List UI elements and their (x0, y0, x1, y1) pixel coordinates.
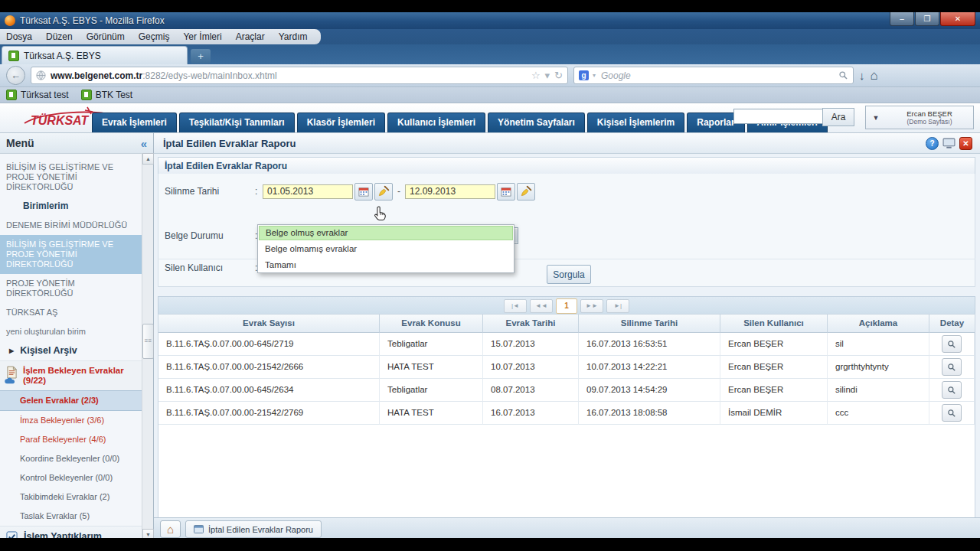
col-detay[interactable]: Detay (929, 315, 975, 333)
sidebar-item-direktorluk-top[interactable]: BİLİŞİM İŞ GELİŞTİRME VE PROJE YÖNETİMİ … (0, 158, 142, 197)
bookmark-star-icon[interactable]: ☆ (531, 70, 541, 81)
page-next-button[interactable]: ►► (580, 299, 603, 313)
url-path: :8282/edys-web/mainInbox.xhtml (142, 70, 276, 81)
date-to-input[interactable] (405, 184, 495, 199)
close-page-icon[interactable]: ✕ (959, 137, 972, 150)
sidebar-item-islem-yaptiklarim[interactable]: İşlem Yaptıklarım (0, 526, 142, 538)
app-taskbar: ⌂ İptal Edilen Evraklar Raporu (154, 517, 980, 538)
bookmark-btk-test[interactable]: BTK Test (81, 90, 132, 100)
minimize-button[interactable]: – (890, 12, 914, 26)
col-evrak-sayisi[interactable]: Evrak Sayısı (158, 315, 380, 333)
cell-aciklama: ccc (828, 402, 929, 425)
detail-magnifier-button[interactable] (942, 404, 962, 422)
url-dropdown-icon[interactable]: ▾ (545, 70, 550, 81)
clear-date-broom-icon[interactable] (517, 183, 535, 201)
browser-search-box[interactable]: g ▾ (573, 67, 854, 84)
scroll-up-icon[interactable]: ▲ (142, 153, 154, 165)
sidebar-item-yeni-birim[interactable]: yeni oluşturulan birim (0, 322, 142, 341)
nav-evrak-islemleri[interactable]: Evrak İşlemleri (92, 112, 177, 132)
sidebar-collapse-icon[interactable]: « (141, 137, 147, 150)
col-silen-kullanici[interactable]: Silen Kullanıcı (720, 315, 828, 333)
user-name: Ercan BEŞER (886, 109, 973, 118)
main-area: İptal Edilen Evraklar Raporu ? ✕ İptal E… (154, 133, 980, 538)
results-table: Evrak Sayısı Evrak Konusu Evrak Tarihi S… (158, 314, 975, 519)
dropdown-option-belge-olmus[interactable]: Belge olmuş evraklar (259, 226, 513, 240)
detail-magnifier-button[interactable] (942, 358, 962, 376)
menu-gorunum[interactable]: Görünüm (87, 31, 125, 42)
menu-gecmis[interactable]: Geçmiş (139, 31, 170, 42)
col-silinme-tarihi[interactable]: Silinme Tarihi (579, 315, 720, 333)
sidebar-item-birimlerim[interactable]: Birimlerim (0, 197, 142, 216)
sidebar-item-gelen-evraklar[interactable]: Gelen Evraklar (2/3) (0, 390, 142, 411)
tab-turksat-ebys[interactable]: Türksat A.Ş. EBYS (2, 46, 188, 64)
page-first-button[interactable]: |◄ (504, 299, 527, 313)
new-tab-button[interactable]: + (191, 49, 211, 64)
close-button[interactable]: ✕ (940, 12, 975, 26)
menu-dosya[interactable]: Dosya (6, 31, 32, 42)
col-aciklama[interactable]: Açıklama (828, 315, 929, 333)
window-title: Türksat A.Ş. EBYS - Mozilla Firefox (20, 15, 165, 26)
dropdown-option-belge-olmamis[interactable]: Belge olmamış evraklar (258, 241, 514, 257)
browser-search-input[interactable] (599, 70, 835, 82)
ara-button[interactable]: Ara (822, 108, 854, 126)
sidebar-item-imza-bekleyenler[interactable]: İmza Bekleyenler (3/6) (0, 411, 142, 430)
sidebar-item-islem-bekleyen[interactable]: İşlem Bekleyen Evraklar (9/22) (0, 360, 142, 390)
bookmark-turksat-test[interactable]: Türksat test (6, 90, 69, 100)
reload-icon[interactable]: ↻ (554, 70, 563, 81)
search-engine-caret-icon[interactable]: ▾ (593, 72, 596, 79)
sidebar-item-kontrol-bekleyenler[interactable]: Kontrol Bekleyenler (0/0) (0, 468, 142, 487)
dropdown-option-tamami[interactable]: Tamamı (258, 257, 514, 273)
menu-araclar[interactable]: Araçlar (236, 31, 265, 42)
date-from-input[interactable] (263, 184, 353, 199)
sidebar-item-koordine-bekleyenler[interactable]: Koordine Bekleyenler (0/0) (0, 449, 142, 468)
nav-teskilat-kisi[interactable]: Teşkilat/Kişi Tanımları (179, 112, 295, 132)
menu-yardim[interactable]: Yardım (279, 31, 308, 42)
sidebar-item-proje-yonetim[interactable]: PROJE YÖNETİM DİREKTÖRLÜĞÜ (0, 274, 142, 303)
monitor-icon[interactable] (942, 138, 956, 149)
col-evrak-tarihi[interactable]: Evrak Tarihi (483, 315, 579, 333)
nav-klasor-islemleri[interactable]: Klasör İşlemleri (297, 112, 385, 132)
sidebar-item-paraf-bekleyenler[interactable]: Paraf Bekleyenler (4/6) (0, 430, 142, 449)
search-icon[interactable] (838, 70, 848, 80)
taskbar-tab-report[interactable]: İptal Edilen Evraklar Raporu (185, 520, 322, 538)
url-bar[interactable]: www.belgenet.com.tr:8282/edys-web/mainIn… (31, 67, 568, 84)
cell-silinme-tarihi: 10.07.2013 14:22:21 (579, 356, 720, 379)
menu-duzen[interactable]: Düzen (46, 31, 73, 42)
sidebar-item-turksat-as[interactable]: TÜRKSAT AŞ (0, 303, 142, 322)
sidebar-item-taslak-evraklar[interactable]: Taslak Evraklar (5) (0, 507, 142, 526)
app-search-input[interactable] (733, 109, 824, 124)
detail-magnifier-button[interactable] (942, 381, 962, 399)
cell-silinme-tarihi: 16.07.2013 18:08:58 (579, 402, 720, 425)
calendar-icon[interactable] (354, 183, 373, 201)
nav-kisisel-islemlerim[interactable]: Kişisel İşlemlerim (587, 112, 684, 132)
page-number-button[interactable]: 1 (556, 298, 577, 314)
user-menu[interactable]: ▼ Ercan BEŞER (Demo Sayfası) (865, 106, 974, 129)
help-icon[interactable]: ? (926, 137, 939, 150)
home-icon[interactable]: ⌂ (871, 68, 878, 83)
sorgula-button[interactable]: Sorgula (547, 265, 591, 284)
scrollbar-thumb[interactable]: ≡≡ (142, 324, 154, 359)
detail-magnifier-button[interactable] (942, 335, 962, 353)
downloads-icon[interactable]: ↓ (859, 69, 865, 82)
sidebar-item-direktorluk-selected[interactable]: BİLİŞİM İŞ GELİŞTİRME VE PROJE YÖNETİMİ … (0, 235, 142, 274)
nav-yonetim-sayfalari[interactable]: Yönetim Sayfaları (488, 112, 585, 132)
sidebar-item-deneme-birimi[interactable]: DENEME BİRİMİ MÜDÜRLÜĞÜ (0, 216, 142, 235)
page-prev-button[interactable]: ◄◄ (530, 299, 553, 313)
sidebar-item-kisisel-arsiv[interactable]: ▶ Kişisel Arşiv (0, 341, 142, 360)
sidebar-item-label: Kişisel Arşiv (20, 346, 77, 356)
nav-kullanici-islemleri[interactable]: Kullanıcı İşlemleri (387, 112, 485, 132)
cell-silen-kullanici: Ercan BEŞER (720, 333, 828, 356)
col-evrak-konusu[interactable]: Evrak Konusu (380, 315, 483, 333)
page-last-button[interactable]: ►| (606, 299, 629, 313)
clear-date-broom-icon[interactable] (374, 183, 393, 201)
sidebar-item-takibimdeki-evraklar[interactable]: Takibimdeki Evraklar (2) (0, 487, 142, 507)
back-button[interactable]: ← (6, 66, 25, 85)
sidebar-scrollbar[interactable]: ▲ ≡≡ ▼ (142, 153, 153, 538)
calendar-icon[interactable] (497, 183, 515, 201)
app-home-icon[interactable]: ⌂ (160, 520, 181, 538)
maximize-button[interactable]: ❐ (915, 12, 939, 26)
page-title-bar: İptal Edilen Evraklar Raporu ? ✕ (154, 133, 980, 154)
silinme-tarihi-label: Silinme Tarihi (158, 186, 255, 197)
menu-yerimleri[interactable]: Yer İmleri (183, 31, 221, 42)
scroll-down-icon[interactable]: ▼ (142, 529, 154, 538)
